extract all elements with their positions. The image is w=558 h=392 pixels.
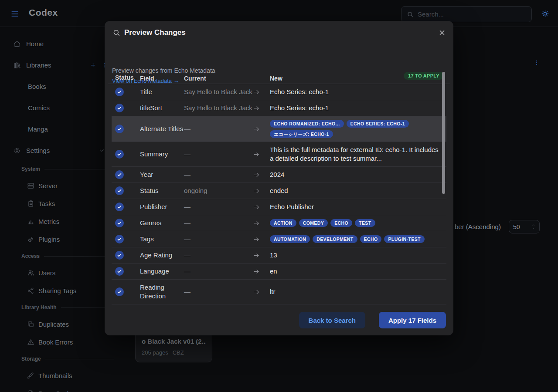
table-row[interactable]: Publisher—Echo Publisher: [112, 199, 446, 215]
new-value-cell: ltr: [270, 287, 443, 296]
chevron-down-icon: [99, 148, 105, 153]
copy-icon: [27, 321, 34, 328]
checked-checkbox-icon[interactable]: [115, 150, 124, 159]
stepper-icons[interactable]: [531, 224, 535, 230]
series-menu-kebab-icon[interactable]: [534, 58, 540, 68]
sidebar-item-thumbnails[interactable]: Thumbnails: [0, 367, 122, 385]
sidebar-item-label: Tasks: [38, 200, 55, 207]
current-value-cell: —: [184, 267, 253, 276]
sidebar-item-label: Page Cache: [38, 390, 75, 392]
arrow-right-icon: [253, 203, 260, 211]
back-to-search-button[interactable]: Back to Search: [299, 312, 365, 328]
sidebar-item-tasks[interactable]: Tasks: [0, 195, 122, 213]
section-divider: [44, 256, 114, 257]
plug-icon: [27, 236, 34, 243]
field-cell: Status: [140, 186, 184, 195]
sidebar-section-storage: Storage: [0, 351, 122, 367]
sidebar-item-home[interactable]: Home: [0, 33, 122, 54]
table-row[interactable]: Statusongoingended: [112, 183, 446, 199]
chevron-up-icon[interactable]: [531, 224, 535, 226]
value-chip: ECHO ROMANIZED: ECHO...: [270, 120, 344, 128]
table-row[interactable]: Age Rating—13: [112, 247, 446, 264]
sidebar-item-books[interactable]: Books: [0, 76, 122, 97]
checked-checkbox-icon[interactable]: [115, 235, 124, 243]
sidebar-item-book-errors[interactable]: Book Errors: [0, 333, 122, 351]
checked-checkbox-icon[interactable]: [115, 267, 124, 276]
sidebar: HomeLibrariesBooksComicsMangaSettingsSys…: [0, 27, 122, 392]
value-chip: TEST: [355, 219, 375, 227]
warning-icon: [27, 338, 34, 346]
sidebar-item-plugins[interactable]: Plugins: [0, 230, 122, 248]
sidebar-item-comics[interactable]: Comics: [0, 97, 122, 118]
current-value-cell: —: [184, 203, 253, 211]
library-icon: [13, 61, 21, 69]
arrow-right-icon: [253, 151, 260, 158]
sidebar-item-metrics[interactable]: Metrics: [0, 213, 122, 230]
table-row[interactable]: Tags—AUTOMATIONDEVELOPMENTECHOPLUGIN-TES…: [112, 231, 446, 247]
sidebar-item-label: Home: [26, 40, 44, 47]
section-label: System: [21, 166, 40, 172]
add-library-plus-icon[interactable]: [90, 62, 96, 68]
sidebar-item-label: Users: [38, 269, 55, 277]
field-cell: Alternate Titles: [140, 125, 184, 133]
section-label: Access: [21, 253, 40, 259]
col-field: Field: [140, 74, 184, 84]
arrow-right-icon: [253, 236, 260, 243]
book-title: o Black Jack v01 (2...: [142, 338, 206, 345]
field-cell: Year: [140, 170, 184, 179]
sidebar-item-users[interactable]: Users: [0, 264, 122, 282]
sidebar-item-duplicates[interactable]: Duplicates: [0, 315, 122, 333]
arrow-right-icon: [253, 171, 260, 179]
status-cell: [115, 251, 140, 260]
field-cell: Age Rating: [140, 251, 184, 260]
checked-checkbox-icon[interactable]: [115, 203, 124, 211]
table-row[interactable]: Alternate Titles—ECHO ROMANIZED: ECHO...…: [112, 116, 446, 142]
checked-checkbox-icon[interactable]: [115, 186, 124, 195]
checked-checkbox-icon[interactable]: [115, 88, 124, 96]
checked-checkbox-icon[interactable]: [115, 287, 124, 296]
checked-checkbox-icon[interactable]: [115, 251, 124, 260]
table-row[interactable]: titleSortSay Hello to Black JackEcho Ser…: [112, 100, 446, 116]
page-size-select[interactable]: 50: [509, 220, 540, 233]
sidebar-item-label: Plugins: [38, 236, 60, 243]
apply-fields-button[interactable]: Apply 17 Fields: [379, 312, 446, 328]
checked-checkbox-icon[interactable]: [115, 104, 124, 112]
table-row[interactable]: Language—en: [112, 264, 446, 280]
theme-toggle-icon[interactable]: [541, 10, 549, 18]
sidebar-item-label: Libraries: [26, 61, 51, 69]
sidebar-item-sharing-tags[interactable]: Sharing Tags: [0, 282, 122, 300]
value-chip: DEVELOPMENT: [313, 235, 357, 243]
table-row[interactable]: Summary—This is the full metadata for ex…: [112, 142, 446, 167]
col-new: New: [270, 74, 450, 84]
search-input[interactable]: [418, 10, 526, 18]
sidebar-item-manga[interactable]: Manga: [0, 118, 122, 140]
sidebar-item-settings[interactable]: Settings: [0, 140, 122, 161]
arrow-right-icon: [253, 187, 260, 195]
checked-checkbox-icon[interactable]: [115, 170, 124, 179]
page-size-value: 50: [513, 223, 520, 230]
scrollbar-thumb[interactable]: [442, 72, 445, 194]
table-row[interactable]: Year—2024: [112, 167, 446, 183]
close-icon[interactable]: [438, 29, 446, 37]
global-search[interactable]: [401, 6, 532, 22]
current-value-cell: —: [184, 125, 253, 133]
new-value-cell: Echo Publisher: [270, 203, 443, 211]
modal-footer: Back to Search Apply 17 Fields: [299, 312, 446, 328]
table-row[interactable]: TitleSay Hello to Black JackEcho Series:…: [112, 84, 446, 100]
menu-icon[interactable]: [10, 10, 19, 18]
current-value-cell: —: [184, 251, 253, 260]
table-row[interactable]: Reading Direction—ltr: [112, 280, 446, 304]
sort-row: ber (Ascending) 50: [455, 220, 540, 233]
checked-checkbox-icon[interactable]: [115, 219, 124, 227]
sidebar-item-label: Duplicates: [38, 321, 69, 328]
server-icon: [27, 182, 34, 189]
chevron-down-icon[interactable]: [531, 227, 535, 230]
sidebar-item-server[interactable]: Server: [0, 177, 122, 195]
current-value-cell: —: [184, 219, 253, 227]
sidebar-item-page-cache[interactable]: Page Cache: [0, 385, 122, 392]
sidebar-item-libraries[interactable]: Libraries: [0, 54, 122, 76]
sidebar-item-label: Books: [28, 83, 46, 90]
current-value-cell: ongoing: [184, 186, 253, 195]
table-row[interactable]: Genres—ACTIONCOMEDYECHOTEST: [112, 215, 446, 231]
checked-checkbox-icon[interactable]: [115, 125, 124, 133]
